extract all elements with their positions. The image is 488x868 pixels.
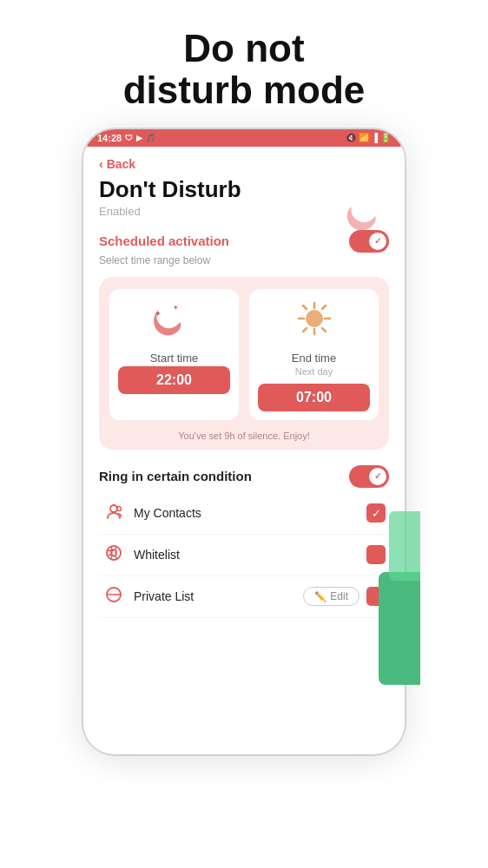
status-bar-right: 🔇 📶 ▐ 🔋 bbox=[346, 133, 391, 142]
time-cards-bg: ✦ ✦ Start time 22:00 bbox=[99, 277, 389, 450]
scheduled-toggle[interactable]: ✓ bbox=[349, 230, 389, 253]
svg-line-7 bbox=[303, 306, 307, 309]
back-label: Back bbox=[107, 157, 135, 171]
whitelist-label: Whitelist bbox=[134, 548, 180, 562]
ring-toggle-knob: ✓ bbox=[369, 468, 386, 485]
status-time: 14:28 bbox=[97, 133, 122, 143]
shield-icon: 🛡 bbox=[125, 134, 133, 142]
scheduled-desc: Select time range below bbox=[99, 254, 389, 266]
wifi-icon: 📶 bbox=[359, 133, 369, 142]
signal-icon: ▐ bbox=[372, 133, 378, 142]
contacts-label: My Contacts bbox=[134, 506, 201, 520]
edit-icon: ✏️ bbox=[314, 591, 326, 602]
whitelist-checkbox[interactable] bbox=[366, 545, 386, 564]
start-time-label: Start time bbox=[150, 352, 199, 365]
time-cards: ✦ ✦ Start time 22:00 bbox=[109, 289, 379, 420]
page-header: Do not disturb mode bbox=[106, 0, 383, 129]
mic-icon: 🎵 bbox=[146, 134, 155, 142]
header-title: Do not disturb mode bbox=[123, 28, 366, 112]
app-content: ‹ Back Don't Disturb Enabled Scheduled a… bbox=[83, 147, 405, 634]
status-bar-left: 14:28 🛡 ▶ 🎵 bbox=[97, 133, 155, 143]
mute-icon: 🔇 bbox=[346, 133, 356, 142]
back-button[interactable]: ‹ Back bbox=[99, 157, 389, 171]
svg-point-2 bbox=[306, 310, 323, 327]
contacts-icon bbox=[102, 502, 125, 525]
status-bar: 14:28 🛡 ▶ 🎵 🔇 📶 ▐ 🔋 bbox=[83, 129, 405, 147]
ring-condition-toggle[interactable]: ✓ bbox=[349, 465, 389, 488]
edit-button[interactable]: ✏️ Edit bbox=[303, 587, 359, 606]
list-item-whitelist[interactable]: Whitelist bbox=[99, 535, 389, 576]
condition-list: My Contacts ✓ bbox=[99, 493, 389, 618]
end-time-value[interactable]: 07:00 bbox=[258, 384, 370, 411]
moon-night-icon: ✦ ✦ bbox=[152, 299, 197, 346]
end-time-sublabel: Next day bbox=[295, 366, 333, 377]
green-decoration-inner bbox=[389, 511, 420, 581]
silence-note: You've set 9h of silence. Enjoy! bbox=[109, 429, 379, 441]
svg-point-13 bbox=[107, 546, 121, 560]
svg-point-12 bbox=[117, 506, 122, 510]
private-label: Private List bbox=[134, 589, 194, 603]
svg-line-9 bbox=[322, 306, 326, 309]
list-item-private[interactable]: Private List ✏️ Edit bbox=[99, 576, 389, 618]
ring-condition-title: Ring in certain condition bbox=[99, 469, 252, 483]
end-time-label: End time bbox=[292, 352, 336, 365]
green-decoration bbox=[379, 572, 420, 685]
scheduled-title: Scheduled activation bbox=[99, 233, 229, 248]
end-time-card[interactable]: End time Next day 07:00 bbox=[249, 289, 379, 420]
svg-line-8 bbox=[322, 328, 326, 332]
ring-condition-row: Ring in certain condition ✓ bbox=[99, 457, 389, 493]
edit-label: Edit bbox=[330, 590, 348, 602]
contacts-checkbox[interactable]: ✓ bbox=[366, 503, 386, 523]
toggle-knob: ✓ bbox=[369, 233, 386, 250]
svg-line-10 bbox=[303, 328, 307, 332]
whitelist-icon bbox=[102, 543, 125, 567]
start-time-value[interactable]: 22:00 bbox=[118, 366, 230, 394]
phone-frame: 14:28 🛡 ▶ 🎵 🔇 📶 ▐ 🔋 ‹ bbox=[83, 129, 405, 754]
phone-wrapper: 14:28 🛡 ▶ 🎵 🔇 📶 ▐ 🔋 ‹ bbox=[83, 129, 405, 754]
youtube-icon: ▶ bbox=[136, 134, 142, 142]
start-time-card[interactable]: ✦ ✦ Start time 22:00 bbox=[109, 289, 239, 420]
battery-icon: 🔋 bbox=[380, 133, 391, 142]
svg-text:✦: ✦ bbox=[173, 304, 179, 312]
list-item-contacts[interactable]: My Contacts ✓ bbox=[99, 493, 389, 535]
sun-icon bbox=[292, 299, 337, 346]
private-icon bbox=[102, 585, 125, 608]
back-arrow-icon: ‹ bbox=[99, 157, 103, 171]
